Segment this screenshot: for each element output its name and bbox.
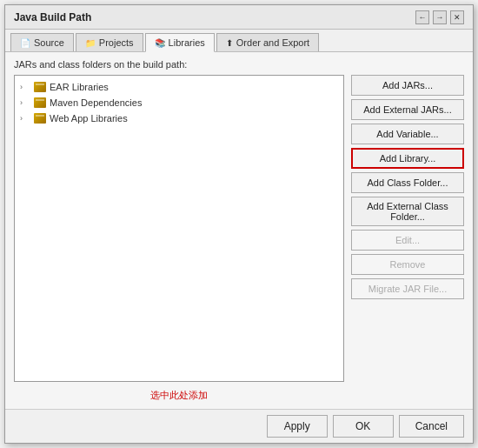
migrate-jar-button[interactable]: Migrate JAR File... — [351, 278, 464, 299]
tabs-bar: 📄 Source 📁 Projects 📚 Libraries ⬆ Order … — [5, 30, 473, 52]
add-class-folder-button[interactable]: Add Class Folder... — [351, 172, 464, 193]
tree-item-ear-label: EAR Libraries — [50, 82, 109, 92]
dialog: Java Build Path ← → ✕ 📄 Source 📁 Project… — [4, 4, 474, 444]
tree-panel: › EAR Libraries › Maven Dependencies — [14, 75, 344, 402]
source-tab-icon: 📄 — [20, 38, 30, 48]
tab-source-label: Source — [34, 37, 64, 48]
tree-item-maven[interactable]: › Maven Dependencies — [18, 95, 340, 110]
remove-button[interactable]: Remove — [351, 254, 464, 275]
close-button[interactable]: ✕ — [450, 10, 464, 24]
title-bar: Java Build Path ← → ✕ — [5, 5, 473, 30]
tree-item-webapp-label: Web App Libraries — [50, 113, 128, 124]
libraries-tab-icon: 📚 — [155, 38, 165, 48]
add-variable-button[interactable]: Add Variable... — [351, 124, 464, 144]
add-library-button[interactable]: Add Library... — [351, 148, 464, 169]
webapp-lib-icon — [33, 112, 47, 124]
add-external-class-folder-button[interactable]: Add External Class Folder... — [351, 197, 464, 226]
cancel-button[interactable]: Cancel — [399, 415, 464, 438]
tree-item-webapp[interactable]: › Web App Libraries — [18, 110, 340, 126]
ok-button[interactable]: OK — [333, 415, 394, 438]
bottom-bar: Apply OK Cancel — [5, 409, 473, 443]
add-jars-button[interactable]: Add JARs... — [351, 75, 464, 96]
main-panel: › EAR Libraries › Maven Dependencies — [14, 75, 464, 402]
tree-list[interactable]: › EAR Libraries › Maven Dependencies — [14, 75, 344, 382]
tree-arrow-maven: › — [20, 98, 30, 107]
tab-order-label: Order and Export — [236, 37, 309, 48]
description-text: JARs and class folders on the build path… — [14, 59, 464, 70]
content-area: JARs and class folders on the build path… — [5, 52, 473, 409]
order-tab-icon: ⬆ — [226, 38, 233, 48]
add-external-jars-button[interactable]: Add External JARs... — [351, 99, 464, 120]
buttons-panel: Add JARs... Add External JARs... Add Var… — [351, 75, 464, 402]
apply-button[interactable]: Apply — [267, 415, 328, 438]
ear-lib-icon — [33, 81, 47, 93]
tab-libraries-label: Libraries — [169, 37, 205, 48]
tree-arrow-ear: › — [20, 83, 30, 91]
maven-lib-icon — [33, 97, 47, 109]
annotation-text: 选中此处添加 — [14, 389, 344, 402]
back-button[interactable]: ← — [415, 10, 429, 24]
title-controls: ← → ✕ — [415, 10, 464, 24]
tab-libraries[interactable]: 📚 Libraries — [145, 33, 215, 52]
tab-projects-label: Projects — [99, 37, 134, 48]
tab-source[interactable]: 📄 Source — [10, 33, 74, 51]
dialog-title: Java Build Path — [14, 11, 91, 23]
tree-item-ear[interactable]: › EAR Libraries — [18, 79, 340, 95]
tree-arrow-webapp: › — [20, 114, 30, 123]
tab-order-export[interactable]: ⬆ Order and Export — [216, 33, 319, 51]
tree-item-maven-label: Maven Dependencies — [50, 97, 142, 108]
projects-tab-icon: 📁 — [85, 38, 96, 48]
forward-button[interactable]: → — [433, 10, 447, 24]
edit-button[interactable]: Edit... — [351, 230, 464, 251]
tab-projects[interactable]: 📁 Projects — [76, 33, 143, 51]
